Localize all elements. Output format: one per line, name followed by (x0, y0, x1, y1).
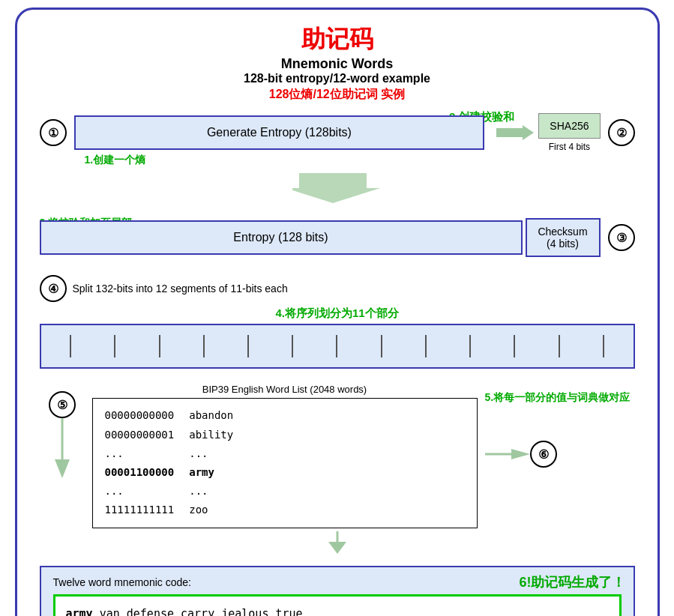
sha-area: SHA256 First 4 bits (538, 113, 600, 152)
mnemonic-bold-word: army (66, 607, 93, 616)
sha-box: SHA256 (538, 113, 600, 139)
circle3: ③ (608, 224, 635, 251)
entropy-box: Generate Entropy (128bits) (74, 115, 485, 150)
mnemonic-box: army van defense carry jealous truegarba… (53, 594, 622, 616)
seg-tick-8 (381, 335, 382, 357)
seg-tick-1 (70, 335, 71, 357)
seg-tick-3 (159, 335, 160, 357)
word-row-5: ... (189, 482, 233, 501)
mnemonic-rest: van defense carry jealous truegarbage cl… (66, 607, 310, 616)
svg-marker-7 (328, 542, 346, 554)
circle5: ⑤ (49, 391, 76, 418)
circle6-area: ⑥ (485, 441, 557, 468)
seg-tick-9 (425, 335, 427, 357)
entropy-section: ① Generate Entropy (128bits) SHA256 Firs… (40, 113, 635, 152)
subtitle3: 128位熵/12位助记词 实例 (40, 87, 635, 103)
label4: 4.将序列划分为11个部分 (40, 307, 635, 321)
right-area: 5.将每一部分的值与词典做对应 ⑥ (485, 384, 635, 468)
word-list-container: BIP39 English Word List (2048 words) 000… (92, 384, 478, 528)
seg-tick-5 (247, 335, 249, 357)
seg-tick-6 (292, 335, 293, 357)
main-container: 助记码 Mnemonic Words 128-bit entropy/12-wo… (15, 7, 660, 616)
subtitle1: Mnemonic Words (40, 56, 635, 72)
bit-row-4: 00001100000 (105, 463, 175, 482)
circle6: ⑥ (530, 441, 557, 468)
down-arrow-result-icon (307, 531, 367, 554)
arrow-to-result (40, 531, 635, 554)
bit-row-1: 00000000000 (105, 406, 175, 425)
word-row-3: ... (189, 444, 233, 463)
first4bits-label: First 4 bits (549, 142, 590, 152)
seg-tick-12 (559, 335, 560, 357)
arrow-down-big-icon (292, 173, 382, 203)
word-list-box: 00000000000 00000000001 ... 00001100000 … (92, 398, 478, 528)
bit-row-2: 00000000001 (105, 426, 175, 444)
green-arrow-down-icon (51, 418, 73, 478)
seg-tick-10 (469, 335, 471, 357)
col-bits: 00000000000 00000000001 ... 00001100000 … (105, 406, 175, 519)
bit-row-6: 11111111111 (105, 501, 175, 519)
label5: 5.将每一部分的值与词典做对应 (485, 391, 631, 405)
seg-tick-7 (336, 335, 337, 357)
circle4: ④ (40, 275, 67, 302)
result-section: Twelve word mnemonic code: 6!助记码生成了！ arm… (40, 566, 635, 616)
word-row-4: army (189, 463, 233, 482)
circle2: ② (608, 119, 635, 146)
arrow-right-icon (496, 125, 534, 140)
left-arrows: ⑤ (40, 391, 85, 478)
seg-tick-13 (603, 335, 604, 357)
checksum-section: Entropy (128 bits) Checksum (4 bits) ③ (40, 218, 635, 257)
subtitle2: 128-bit entropy/12-word example (40, 72, 635, 85)
words-section: ⑤ BIP39 English Word List (2048 words) 0… (40, 384, 635, 528)
svg-marker-3 (55, 459, 70, 478)
circle1: ① (40, 119, 67, 146)
seg-tick-2 (114, 335, 115, 357)
bip39-label: BIP39 English Word List (2048 words) (92, 384, 478, 395)
word-row-1: abandon (189, 406, 233, 425)
svg-marker-5 (511, 449, 530, 459)
label1: 1.创建一个熵 (85, 154, 146, 167)
seg-tick-11 (514, 335, 515, 357)
word-row-2: ability (189, 426, 233, 444)
arrow-to-circle6-icon (485, 443, 530, 465)
page-title: 助记码 (40, 25, 635, 53)
segments-box (40, 324, 635, 369)
split-desc: Split 132-bits into 12 segments of 11-bi… (73, 283, 288, 295)
col-words: abandon ability ... army ... zoo (189, 406, 233, 519)
label6: 6!助记码生成了！ (519, 573, 625, 591)
seg-tick-4 (203, 335, 205, 357)
split-section: ④ Split 132-bits into 12 segments of 11-… (40, 275, 635, 369)
svg-marker-0 (496, 125, 534, 140)
svg-marker-1 (292, 173, 380, 203)
checksum-box: Checksum (4 bits) (526, 218, 601, 257)
bit-row-3: ... (105, 444, 175, 463)
word-row-6: zoo (189, 501, 233, 519)
word-list-inner: 00000000000 00000000001 ... 00001100000 … (105, 406, 465, 519)
bit-row-5: ... (105, 482, 175, 501)
checksum-entropy-box: Entropy (128 bits) (40, 220, 523, 255)
